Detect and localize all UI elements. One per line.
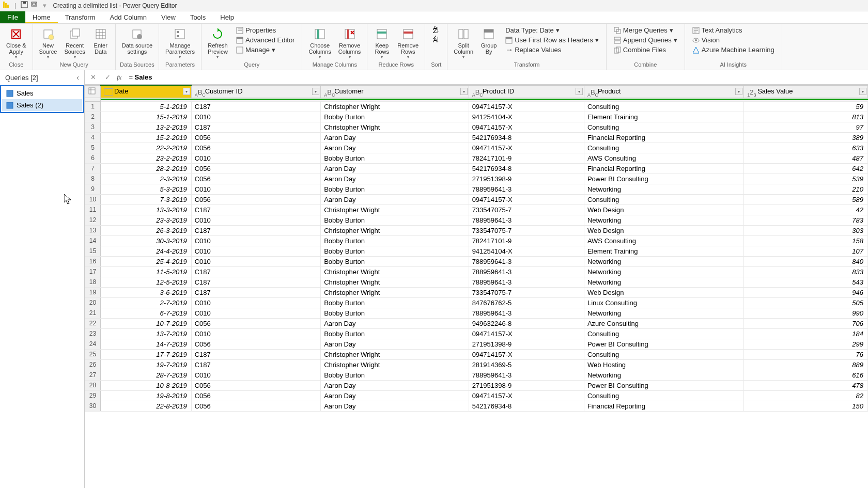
tab-help[interactable]: Help — [213, 11, 241, 23]
cell-customer-id[interactable]: C010 — [191, 256, 321, 266]
cell-product[interactable]: Web Design — [584, 225, 743, 235]
cell-product-id[interactable]: 733547075-7 — [469, 225, 584, 235]
cell-date[interactable]: 19-7-2019 — [101, 359, 192, 370]
table-row[interactable]: 15-1-2019C187Christopher Wright094714157… — [85, 101, 868, 112]
row-number[interactable]: 18 — [85, 277, 101, 287]
group-by-button[interactable]: Group By — [477, 25, 500, 56]
cell-customer-id[interactable]: C010 — [191, 153, 321, 163]
cell-product[interactable]: Consulting — [584, 101, 743, 112]
query-item-sales[interactable]: Sales — [2, 87, 82, 99]
cell-customer[interactable]: Bobby Burton — [321, 256, 469, 266]
table-row[interactable]: 522-2-2019C056Aaron Day094714157-XConsul… — [85, 143, 868, 153]
cell-customer-id[interactable]: C056 — [191, 174, 321, 184]
cell-product[interactable]: Web Design — [584, 204, 743, 215]
cell-date[interactable]: 10-8-2019 — [101, 380, 192, 390]
cell-product[interactable]: Power BI Consulting — [584, 339, 743, 349]
cell-customer[interactable]: Christopher Wright — [321, 266, 469, 277]
row-number[interactable]: 6 — [85, 153, 101, 163]
cell-date[interactable]: 23-2-2019 — [101, 153, 192, 163]
cell-sales-value[interactable]: 706 — [744, 318, 868, 328]
row-number[interactable]: 4 — [85, 132, 101, 143]
row-number[interactable]: 19 — [85, 287, 101, 297]
cell-customer-id[interactable]: C056 — [191, 339, 321, 349]
cell-product[interactable]: Element Training — [584, 112, 743, 122]
row-number[interactable]: 21 — [85, 308, 101, 318]
properties-button[interactable]: Properties — [234, 26, 297, 35]
cell-product[interactable]: Web Hosting — [584, 359, 743, 370]
replace-values-button[interactable]: Replace Values — [503, 45, 601, 54]
formula-input[interactable]: Sales — [126, 72, 865, 82]
cell-date[interactable]: 2-3-2019 — [101, 174, 192, 184]
table-row[interactable]: 1326-3-2019C187Christopher Wright7335470… — [85, 225, 868, 235]
data-grid[interactable]: Date▾ ABCCustomer ID▾ ABCCustomer▾ ABCPr… — [85, 85, 868, 488]
cell-sales-value[interactable]: 158 — [744, 235, 868, 246]
remove-rows-button[interactable]: Remove Rows▾ — [394, 25, 422, 60]
cell-product[interactable]: AWS Consulting — [584, 235, 743, 246]
cell-customer[interactable]: Christopher Wright — [321, 225, 469, 235]
row-number[interactable]: 8 — [85, 174, 101, 184]
save-icon[interactable] — [20, 1, 28, 10]
cell-sales-value[interactable]: 889 — [744, 359, 868, 370]
filter-icon[interactable]: ▾ — [859, 88, 866, 95]
cell-date[interactable]: 22-2-2019 — [101, 143, 192, 153]
cell-customer[interactable]: Bobby Burton — [321, 246, 469, 256]
cell-customer-id[interactable]: C187 — [191, 204, 321, 215]
table-row[interactable]: 1625-4-2019C010Bobby Burton788959641-3Ne… — [85, 256, 868, 266]
cell-product-id[interactable]: 788959641-3 — [469, 277, 584, 287]
cell-customer[interactable]: Christopher Wright — [321, 359, 469, 370]
cell-sales-value[interactable]: 478 — [744, 380, 868, 390]
filter-icon[interactable]: ▾ — [312, 88, 319, 95]
commit-formula-icon[interactable]: ✓ — [102, 72, 113, 83]
filter-icon[interactable]: ▾ — [576, 88, 583, 95]
cell-product-id[interactable]: 271951398-9 — [469, 339, 584, 349]
cell-date[interactable]: 2-7-2019 — [101, 297, 192, 308]
cell-product-id[interactable]: 847676762-5 — [469, 297, 584, 308]
cell-product[interactable]: Power BI Consulting — [584, 174, 743, 184]
table-row[interactable]: 2728-7-2019C010Bobby Burton788959641-3Ne… — [85, 370, 868, 380]
cell-product[interactable]: Networking — [584, 184, 743, 194]
cell-date[interactable]: 15-1-2019 — [101, 112, 192, 122]
cell-sales-value[interactable]: 184 — [744, 328, 868, 339]
row-number[interactable]: 20 — [85, 297, 101, 308]
cell-customer-id[interactable]: C010 — [191, 246, 321, 256]
enter-data-button[interactable]: Enter Data — [89, 25, 112, 56]
cell-date[interactable]: 5-1-2019 — [101, 101, 192, 112]
query-item-sales-2[interactable]: Sales (2) — [2, 99, 82, 111]
filter-icon[interactable]: ▾ — [183, 88, 190, 95]
fx-icon[interactable]: fx — [117, 73, 121, 82]
combine-files-button[interactable]: Combine Files — [612, 45, 679, 54]
cell-customer-id[interactable]: C056 — [191, 401, 321, 411]
cell-date[interactable]: 30-3-2019 — [101, 235, 192, 246]
cell-customer[interactable]: Aaron Day — [321, 401, 469, 411]
cell-customer[interactable]: Aaron Day — [321, 163, 469, 174]
cell-customer-id[interactable]: C010 — [191, 308, 321, 318]
cell-customer[interactable]: Christopher Wright — [321, 277, 469, 287]
cell-sales-value[interactable]: 946 — [744, 287, 868, 297]
cell-sales-value[interactable]: 616 — [744, 370, 868, 380]
cell-product-id[interactable]: 094714157-X — [469, 101, 584, 112]
cell-sales-value[interactable]: 82 — [744, 390, 868, 401]
cell-customer-id[interactable]: C056 — [191, 380, 321, 390]
cell-customer[interactable]: Bobby Burton — [321, 328, 469, 339]
choose-columns-button[interactable]: Choose Columns▾ — [305, 25, 334, 60]
row-number[interactable]: 1 — [85, 101, 101, 112]
keep-rows-button[interactable]: Keep Rows▾ — [370, 25, 393, 60]
cell-customer[interactable]: Bobby Burton — [321, 297, 469, 308]
cell-sales-value[interactable]: 210 — [744, 184, 868, 194]
table-row[interactable]: 1430-3-2019C010Bobby Burton782417101-9AW… — [85, 235, 868, 246]
cell-date[interactable]: 7-3-2019 — [101, 194, 192, 204]
cell-product[interactable]: Financial Reporting — [584, 163, 743, 174]
manage-parameters-button[interactable]: Manage Parameters▾ — [162, 25, 198, 60]
row-number[interactable]: 30 — [85, 401, 101, 411]
table-row[interactable]: 2210-7-2019C056Aaron Day949632246-8Azure… — [85, 318, 868, 328]
cell-customer-id[interactable]: C056 — [191, 318, 321, 328]
cell-customer[interactable]: Aaron Day — [321, 194, 469, 204]
cell-product[interactable]: Consulting — [584, 194, 743, 204]
table-row[interactable]: 1223-3-2019C010Bobby Burton788959641-3Ne… — [85, 215, 868, 225]
cell-date[interactable]: 6-7-2019 — [101, 308, 192, 318]
cell-product-id[interactable]: 271951398-9 — [469, 174, 584, 184]
merge-queries-button[interactable]: Merge Queries ▾ — [612, 26, 679, 35]
cell-date[interactable]: 17-7-2019 — [101, 349, 192, 359]
cell-customer[interactable]: Aaron Day — [321, 174, 469, 184]
refresh-preview-button[interactable]: Refresh Preview▾ — [205, 25, 231, 60]
